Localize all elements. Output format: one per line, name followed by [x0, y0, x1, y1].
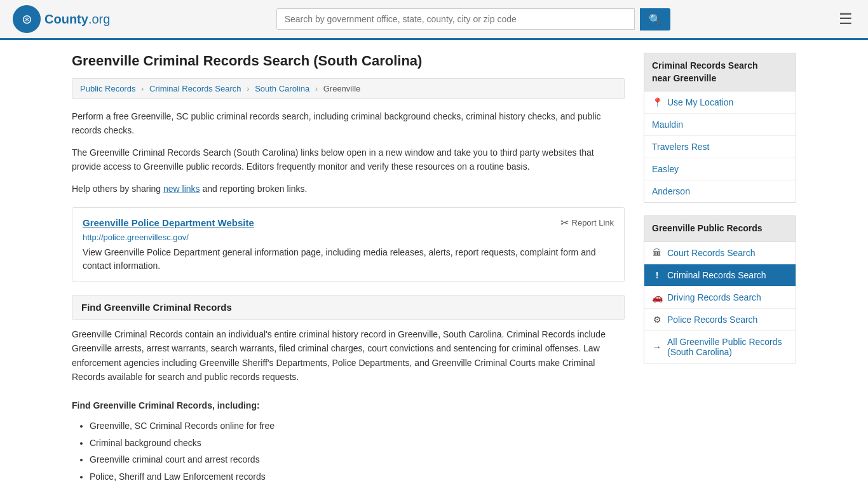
link-card: Greenville Police Department Website ✂ R…	[72, 207, 625, 282]
main-container: Greenville Criminal Records Search (Sout…	[59, 40, 809, 488]
anderson-label: Anderson	[652, 186, 690, 196]
main-content: Greenville Criminal Records Search (Sout…	[72, 53, 625, 488]
criminal-icon: !	[652, 270, 662, 280]
link-url[interactable]: http://police.greenvillesc.gov/	[83, 233, 614, 242]
sidebar-public-records-section: Greenville Public Records 🏛 Court Record…	[644, 215, 796, 363]
menu-icon[interactable]: ☰	[836, 8, 855, 30]
police-records-label: Police Records Search	[667, 315, 757, 325]
new-links-link[interactable]: new links	[163, 184, 200, 194]
logo-text: County.org	[44, 12, 110, 27]
list-item: Criminal background checks	[90, 435, 625, 452]
list-item: Greenville criminal court and arrest rec…	[90, 451, 625, 468]
report-link-label: Report Link	[572, 218, 614, 227]
breadcrumb-sep-2: ›	[247, 84, 249, 93]
description-2: The Greenville Criminal Records Search (…	[72, 146, 625, 174]
list-item: Police, Sheriff and Law Enforcement reco…	[90, 468, 625, 485]
sidebar-nearby-heading: Criminal Records Searchnear Greenville	[644, 53, 796, 92]
mauldin-label: Mauldin	[652, 119, 683, 130]
breadcrumb-criminal-records-search[interactable]: Criminal Records Search	[149, 84, 241, 93]
link-card-title[interactable]: Greenville Police Department Website	[83, 217, 254, 228]
search-area: 🔍	[276, 8, 670, 30]
all-records-label: All Greenville Public Records (South Car…	[667, 337, 788, 357]
description-1: Perform a free Greenville, SC public cri…	[72, 109, 625, 138]
search-button[interactable]: 🔍	[640, 8, 670, 30]
search-icon: 🔍	[649, 14, 661, 25]
easley-label: Easley	[652, 164, 679, 174]
driving-records-label: Driving Records Search	[667, 292, 761, 302]
link-card-header: Greenville Police Department Website ✂ R…	[83, 217, 614, 229]
list-item: Criminal background checks	[90, 485, 625, 488]
travelers-rest-label: Travelers Rest	[652, 142, 710, 152]
breadcrumb-sep-1: ›	[141, 84, 144, 93]
arrow-icon: →	[652, 342, 662, 352]
sidebar-nearby-section: Criminal Records Searchnear Greenville 📍…	[644, 53, 796, 203]
sidebar-location-mauldin[interactable]: Mauldin	[644, 114, 796, 136]
sidebar-location-easley[interactable]: Easley	[644, 158, 796, 180]
list-item: Greenville, SC Criminal Records online f…	[90, 417, 625, 435]
car-icon: 🚗	[652, 292, 662, 302]
find-section-body: Greenville Criminal Records contain an i…	[72, 320, 625, 488]
find-section-text: Greenville Criminal Records contain an i…	[72, 327, 625, 384]
sidebar-item-driving-records[interactable]: 🚗 Driving Records Search	[644, 287, 796, 309]
find-title: Find Greenville Criminal Records	[81, 302, 615, 313]
page-title: Greenville Criminal Records Search (Sout…	[72, 53, 625, 69]
sidebar-nearby-list: 📍 Use My Location Mauldin Travelers Rest…	[644, 92, 796, 203]
find-section-heading: Find Greenville Criminal Records	[72, 295, 625, 320]
sidebar-public-records-heading: Greenville Public Records	[644, 215, 796, 242]
link-desc: View Greenville Police Department genera…	[83, 246, 614, 273]
sidebar-item-criminal-records[interactable]: ! Criminal Records Search	[644, 264, 796, 287]
report-icon: ✂	[560, 217, 569, 229]
logo-area: ⊛ County.org	[13, 5, 110, 33]
sidebar-location-anderson[interactable]: Anderson	[644, 180, 796, 202]
find-bullets: Greenville, SC Criminal Records online f…	[72, 417, 625, 488]
criminal-records-label: Criminal Records Search	[667, 270, 766, 280]
search-input[interactable]	[276, 8, 635, 30]
sidebar-location-travelers-rest[interactable]: Travelers Rest	[644, 136, 796, 158]
report-link-button[interactable]: ✂ Report Link	[560, 217, 614, 229]
sidebar-item-police-records[interactable]: ⚙ Police Records Search	[644, 309, 796, 331]
header: ⊛ County.org 🔍 ☰	[0, 0, 868, 40]
gear-icon: ⚙	[652, 315, 662, 325]
sidebar-use-location[interactable]: 📍 Use My Location	[644, 92, 796, 114]
court-icon: 🏛	[652, 248, 662, 258]
breadcrumb-sep-3: ›	[315, 84, 318, 93]
description-3: Help others by sharing new links and rep…	[72, 182, 625, 196]
sidebar-item-court-records[interactable]: 🏛 Court Records Search	[644, 242, 796, 264]
find-section-subtitle: Find Greenville Criminal Records, includ…	[72, 398, 625, 412]
breadcrumb-public-records[interactable]: Public Records	[80, 84, 135, 93]
breadcrumb-greenville: Greenville	[323, 84, 361, 93]
use-location-label: Use My Location	[667, 97, 733, 107]
court-records-label: Court Records Search	[667, 248, 756, 258]
logo-icon: ⊛	[13, 5, 41, 33]
location-pin-icon: 📍	[652, 97, 662, 107]
sidebar-public-records-list: 🏛 Court Records Search ! Criminal Record…	[644, 242, 796, 363]
sidebar-item-all-public-records[interactable]: → All Greenville Public Records (South C…	[644, 331, 796, 363]
breadcrumb: Public Records › Criminal Records Search…	[72, 78, 625, 99]
sidebar: Criminal Records Searchnear Greenville 📍…	[644, 53, 796, 488]
breadcrumb-south-carolina[interactable]: South Carolina	[255, 84, 309, 93]
